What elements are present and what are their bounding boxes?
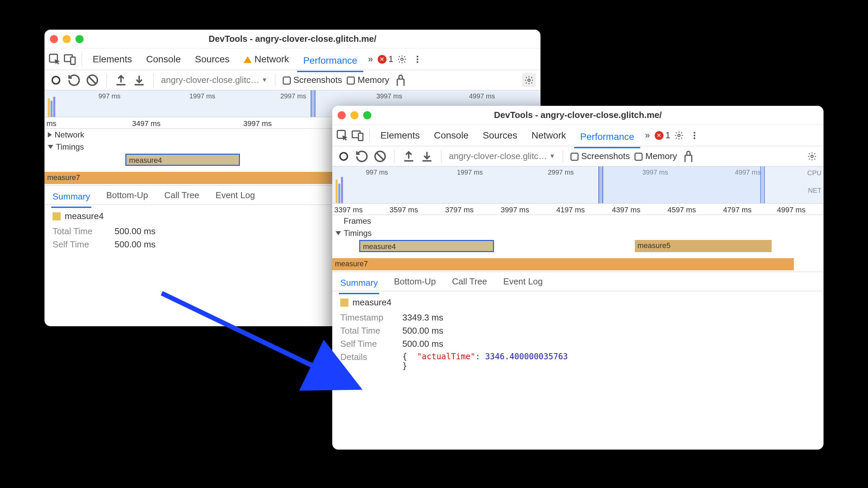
record-button[interactable] [49, 73, 63, 87]
tab-performance[interactable]: Performance [297, 53, 363, 72]
tick: 997 ms [98, 92, 121, 100]
memory-checkbox[interactable]: Memory [347, 75, 389, 85]
reload-button[interactable] [355, 150, 369, 163]
svg-point-14 [694, 134, 695, 136]
gc-icon[interactable] [682, 150, 695, 163]
ruler-tick: 3797 ms [445, 206, 473, 214]
download-icon[interactable] [132, 73, 146, 87]
tab-console[interactable]: Console [140, 51, 187, 67]
close-icon[interactable] [50, 35, 58, 43]
time-ruler[interactable]: 3397 ms 3597 ms 3797 ms 3997 ms 4197 ms … [332, 204, 824, 215]
gc-icon[interactable] [394, 73, 407, 87]
svg-point-4 [417, 56, 418, 57]
screenshots-checkbox[interactable]: Screenshots [283, 75, 342, 85]
range-handle-left[interactable] [598, 166, 603, 203]
titlebar: DevTools - angry-clover-close.glitch.me/ [332, 106, 824, 125]
screenshots-checkbox[interactable]: Screenshots [570, 151, 630, 161]
inspect-icon[interactable] [336, 129, 349, 142]
tick: 4997 ms [469, 92, 495, 100]
tab-performance[interactable]: Performance [574, 129, 640, 148]
tab-console[interactable]: Console [428, 127, 475, 144]
memory-checkbox[interactable]: Memory [634, 151, 677, 161]
tab-sources[interactable]: Sources [476, 127, 523, 144]
ruler-tick: 4797 ms [723, 206, 751, 214]
more-tabs-icon[interactable]: » [365, 54, 375, 64]
kebab-menu-icon[interactable] [688, 129, 701, 142]
close-icon[interactable] [338, 111, 346, 119]
tab-network[interactable]: Network [525, 127, 572, 144]
track-timings[interactable]: Timings [332, 227, 824, 239]
settings-icon[interactable] [672, 129, 686, 142]
tab-elements[interactable]: Elements [87, 51, 138, 67]
error-count-value: 1 [389, 54, 393, 64]
timestamp-value: 3349.3 ms [402, 312, 443, 323]
tab-elements[interactable]: Elements [374, 127, 426, 144]
error-icon: ✕ [378, 55, 386, 64]
self-time-label: Self Time [340, 339, 394, 349]
profile-select[interactable]: angry-clover-close.glitc…▼ [161, 75, 268, 85]
svg-point-15 [694, 137, 695, 139]
tab-network[interactable]: Network [238, 51, 295, 67]
self-time-value: 500.00 ms [115, 239, 155, 250]
playhead-handle[interactable] [311, 90, 315, 117]
panel-tabbar: Elements Console Sources Network Perform… [44, 49, 540, 70]
inspect-icon[interactable] [48, 53, 61, 66]
error-count[interactable]: ✕ 1 [655, 130, 670, 141]
upload-icon[interactable] [402, 150, 415, 163]
reload-button[interactable] [67, 73, 81, 87]
clear-button[interactable] [86, 73, 99, 87]
detail-tab-eventlog[interactable]: Event Log [502, 273, 544, 290]
error-count[interactable]: ✕ 1 [378, 54, 393, 64]
window-title: DevTools - angry-clover-close.glitch.me/ [332, 110, 824, 120]
tab-sources[interactable]: Sources [189, 51, 236, 67]
window-title: DevTools - angry-clover-close.glitch.me/ [44, 34, 540, 44]
capture-settings-icon[interactable] [805, 150, 819, 163]
tracks-panel: Frames Timings measure4 measure5 measure… [332, 215, 824, 272]
device-toggle-icon[interactable] [63, 53, 77, 66]
svg-point-6 [417, 61, 418, 63]
detail-tab-bottomup[interactable]: Bottom-Up [105, 187, 149, 204]
svg-point-8 [528, 79, 530, 81]
net-label: NET [808, 187, 822, 194]
timing-bar-measure4[interactable]: measure4 [359, 240, 494, 252]
minimize-icon[interactable] [63, 35, 71, 43]
detail-tab-calltree[interactable]: Call Tree [451, 273, 489, 290]
timing-bar-measure7[interactable]: measure7 [332, 258, 794, 270]
more-tabs-icon[interactable]: » [642, 130, 652, 141]
settings-icon[interactable] [395, 53, 409, 66]
capture-settings-icon[interactable] [522, 73, 536, 87]
detail-title: measure4 [65, 211, 104, 221]
detail-tab-calltree[interactable]: Call Tree [163, 187, 201, 204]
track-frames[interactable]: Frames [332, 215, 824, 227]
device-toggle-icon[interactable] [351, 129, 365, 142]
timing-bar-measure5[interactable]: measure5 [635, 240, 772, 252]
total-time-label: Total Time [340, 326, 394, 336]
overview-bars [48, 97, 55, 117]
download-icon[interactable] [420, 150, 434, 163]
clear-button[interactable] [373, 150, 387, 163]
ruler-tick: 4997 ms [777, 206, 805, 214]
record-button[interactable] [337, 150, 350, 163]
overview-minimap[interactable]: 997 ms 1997 ms 2997 ms 3997 ms 4997 ms C… [332, 166, 824, 204]
zoom-icon[interactable] [363, 111, 371, 119]
svg-point-3 [401, 58, 403, 60]
svg-rect-2 [71, 57, 75, 64]
detail-tab-bottomup[interactable]: Bottom-Up [393, 273, 437, 290]
svg-point-13 [694, 132, 695, 133]
timing-bar-measure4[interactable]: measure4 [125, 154, 240, 166]
tick: 1997 ms [457, 169, 483, 176]
chevron-down-icon [48, 145, 53, 149]
svg-rect-11 [359, 133, 363, 141]
upload-icon[interactable] [114, 73, 128, 87]
chevron-down-icon [336, 231, 341, 235]
kebab-menu-icon[interactable] [411, 53, 424, 66]
performance-toolbar: angry-clover-close.glitc…▼ Screenshots M… [44, 70, 540, 90]
summary-details: measure4 Timestamp3349.3 ms Total Time50… [332, 291, 824, 379]
details-label: Details [340, 352, 394, 371]
self-time-value: 500.00 ms [402, 339, 443, 349]
profile-select[interactable]: angry-clover-close.glitc…▼ [449, 151, 555, 161]
detail-tab-eventlog[interactable]: Event Log [214, 187, 256, 204]
detail-tabs: Summary Bottom-Up Call Tree Event Log [332, 272, 824, 291]
minimize-icon[interactable] [350, 111, 359, 119]
zoom-icon[interactable] [75, 35, 84, 43]
